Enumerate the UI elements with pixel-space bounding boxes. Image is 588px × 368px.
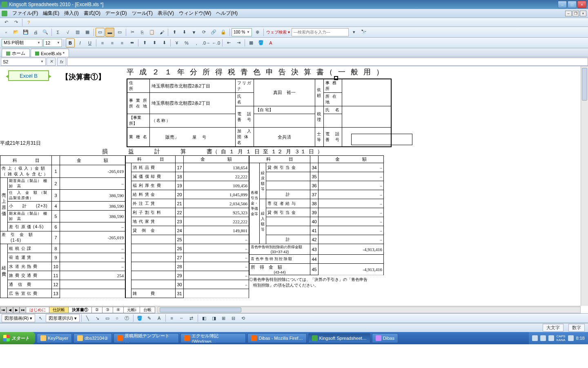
taskbar-item[interactable]: 原稿用紙テンプレート …: [114, 333, 179, 343]
menu-data[interactable]: データ(D): [103, 9, 129, 18]
align-right-icon[interactable]: ≡: [118, 38, 127, 47]
paste-icon[interactable]: 📋: [147, 28, 156, 37]
line-icon[interactable]: ╲: [83, 314, 92, 323]
valign-top-icon[interactable]: ⬆: [140, 38, 149, 47]
indent-dec-icon[interactable]: ⇤: [224, 38, 233, 47]
sheet-canvas[interactable]: Excel B 【決算書①】 平 成 ２ １ 年 分 所 得 税 青 色 申 告…: [0, 66, 581, 306]
tab-nav-last[interactable]: ⏭: [20, 307, 26, 313]
valign-bot-icon[interactable]: ⬇: [160, 38, 169, 47]
binoculars-icon[interactable]: 🔭: [359, 28, 368, 37]
currency-icon[interactable]: ¥: [172, 38, 181, 47]
taskbar-item[interactable]: dbs32104②: [74, 333, 112, 343]
arrow-style-icon[interactable]: ⇄: [187, 314, 196, 323]
websearch-label[interactable]: ウェブ検索 ▾: [265, 29, 291, 35]
menu-help[interactable]: ヘルプ(H): [214, 9, 240, 18]
box1-icon[interactable]: ▭: [96, 28, 105, 37]
start-button[interactable]: スタート: [0, 332, 35, 344]
copy-icon[interactable]: ⎘: [138, 28, 147, 37]
ungroup-icon[interactable]: ⊟: [229, 314, 238, 323]
oval-icon[interactable]: ○: [113, 314, 122, 323]
zoom-fit-icon[interactable]: ⊕: [253, 28, 262, 37]
chart-icon[interactable]: ▥: [73, 28, 82, 37]
sheet-tab[interactable]: ②: [91, 307, 102, 313]
tray-icon[interactable]: [548, 335, 554, 341]
sheet-tab[interactable]: ④: [113, 307, 124, 313]
bold-button[interactable]: B: [66, 38, 75, 47]
font-color-icon[interactable]: A: [266, 38, 275, 47]
help-icon[interactable]: ?: [24, 18, 33, 27]
sum-icon[interactable]: Σ: [53, 28, 62, 37]
font-size-combo[interactable]: 12▼: [43, 39, 62, 47]
menu-edit[interactable]: 編集(E): [40, 9, 62, 18]
percent-icon[interactable]: %: [182, 38, 191, 47]
sqrt-icon[interactable]: √: [63, 28, 72, 37]
underline-button[interactable]: U: [85, 38, 94, 47]
sheet-tab[interactable]: 元帳ⅰ: [123, 307, 140, 313]
inc-decimal-icon[interactable]: .0→: [202, 38, 211, 47]
fill-icon[interactable]: 🪣: [135, 314, 144, 323]
new-icon[interactable]: ▫: [2, 28, 11, 37]
box3-icon[interactable]: ▭: [115, 28, 124, 37]
comma-icon[interactable]: ,: [192, 38, 201, 47]
open-icon[interactable]: 📂: [11, 28, 20, 37]
indent-inc-icon[interactable]: ⇥: [234, 38, 243, 47]
tab-nav-next[interactable]: ▶: [13, 307, 20, 313]
maximize-button[interactable]: □: [568, 1, 577, 8]
menu-file[interactable]: ファイル(F): [10, 9, 40, 18]
websearch-go-icon[interactable]: ▾: [350, 28, 359, 37]
sheet-tab[interactable]: はじめに: [26, 307, 49, 313]
dash-icon[interactable]: ┄: [177, 314, 186, 323]
align-center-icon[interactable]: ≡: [108, 38, 117, 47]
link-icon[interactable]: 🔗: [209, 28, 218, 37]
rotate-icon[interactable]: ⟲: [239, 314, 248, 323]
align-left-icon[interactable]: ≡: [98, 38, 107, 47]
sheet-tab[interactable]: ③: [102, 307, 113, 313]
font-color2-icon[interactable]: A: [155, 314, 164, 323]
menu-format[interactable]: 書式(O): [81, 9, 103, 18]
save-icon[interactable]: 💾: [21, 28, 30, 37]
app-menu-icon[interactable]: [2, 11, 7, 16]
valign-mid-icon[interactable]: ⬍: [150, 38, 159, 47]
line-style-icon[interactable]: ≡: [167, 314, 176, 323]
tray-icon[interactable]: [540, 335, 546, 341]
taskbar-item[interactable]: Dibas - Mozilla Firef…: [247, 333, 306, 343]
sheet-tab[interactable]: 仕訳帳: [49, 307, 69, 313]
tray-icon[interactable]: [568, 335, 574, 341]
excelb-shape[interactable]: Excel B: [8, 70, 49, 81]
tab-nav-prev[interactable]: ◀: [7, 307, 13, 313]
redo-icon[interactable]: ↷: [11, 18, 20, 27]
tab-file[interactable]: ExcelB.xls *: [31, 49, 69, 57]
table-icon[interactable]: ▦: [83, 28, 92, 37]
sort-asc-icon[interactable]: ⬆: [170, 28, 179, 37]
border-icon[interactable]: ▦: [247, 38, 256, 47]
box2-icon[interactable]: ▬: [105, 28, 114, 37]
merge-icon[interactable]: ⬌: [127, 38, 136, 47]
font-name-combo[interactable]: MS P明朝▼: [2, 39, 42, 47]
tray-icon[interactable]: [532, 335, 538, 341]
shadow-icon[interactable]: ◧: [200, 314, 209, 323]
mdi-close[interactable]: ×: [580, 11, 586, 16]
taskbar-item[interactable]: KeyPlayer: [37, 333, 72, 343]
line-color-icon[interactable]: ✎: [145, 314, 154, 323]
cancel-formula-icon[interactable]: ✕: [47, 58, 56, 66]
filter-icon[interactable]: ▼: [189, 28, 198, 37]
mdi-minimize[interactable]: –: [565, 11, 572, 16]
mdi-restore[interactable]: ❐: [572, 11, 579, 16]
taskbar-item[interactable]: エクセル簿記(Windows…: [180, 333, 246, 343]
undo-icon[interactable]: ↶: [2, 18, 11, 27]
pointer-icon[interactable]: ↖: [36, 314, 45, 323]
menu-insert[interactable]: 挿入(I): [62, 9, 81, 18]
zoom-combo[interactable]: 100 %▼: [232, 28, 252, 36]
sheet-tab[interactable]: 台帳: [140, 307, 155, 313]
close-button[interactable]: ×: [577, 1, 586, 8]
tab-home[interactable]: ホーム: [2, 49, 30, 57]
fx-icon[interactable]: fx: [57, 58, 66, 66]
name-box[interactable]: S2▼: [1, 58, 46, 66]
preview-icon[interactable]: 🔍: [41, 28, 50, 37]
menu-view[interactable]: 表示(V): [155, 9, 176, 18]
draw-shape-menu[interactable]: 図形描画(R) ▾: [2, 314, 35, 322]
dec-decimal-icon[interactable]: ←.0: [212, 38, 220, 47]
sort-desc-icon[interactable]: ⬇: [180, 28, 189, 37]
taskbar-item[interactable]: Dibas: [372, 333, 398, 343]
refresh-icon[interactable]: ⟳: [199, 28, 208, 37]
